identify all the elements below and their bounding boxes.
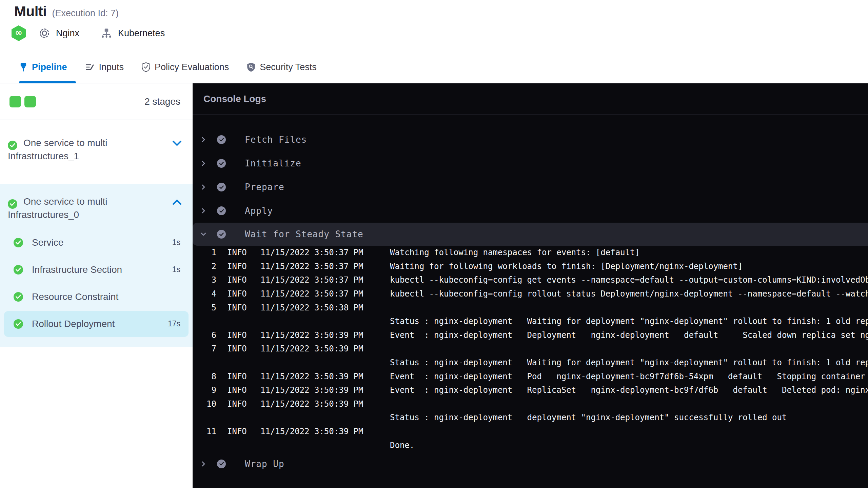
- pipeline-icon: [19, 62, 28, 72]
- step-success-icon: [217, 135, 226, 144]
- log-row: 11INFO11/15/2022 3:50:39 PM: [193, 425, 868, 439]
- console-logs-title: Console Logs: [193, 83, 868, 115]
- log-message: Waiting for following workloads to finis…: [390, 262, 743, 271]
- log-message: kubectl --kubeconfig=config rollout stat…: [390, 289, 868, 299]
- chevron-down-icon[interactable]: [172, 140, 182, 146]
- log-message: kubectl --kubeconfig=config get events -…: [390, 275, 868, 285]
- chevron-right-icon[interactable]: [200, 136, 207, 143]
- console-logs-panel: Console Logs Fetch Files Initialize: [193, 83, 868, 488]
- step-list: Service 1s Infrastructure Section 1s: [0, 229, 193, 337]
- log-output: 1INFO11/15/2022 3:50:37 PMWatching follo…: [193, 246, 868, 452]
- stage-name-text: One service to multi Infrastructures_1: [8, 138, 107, 161]
- stages-summary: 2 stages: [0, 83, 193, 120]
- svg-text:∞: ∞: [15, 27, 22, 38]
- console-step-label: Apply: [245, 206, 273, 216]
- log-level: INFO: [227, 344, 248, 353]
- success-check-icon: [14, 265, 23, 274]
- log-message: Watching following namespaces for events…: [390, 248, 640, 257]
- tab-policy-evaluations[interactable]: Policy Evaluations: [141, 59, 229, 75]
- console-step-apply[interactable]: Apply: [193, 199, 868, 223]
- log-timestamp: 11/15/2022 3:50:39 PM: [260, 344, 372, 353]
- log-line-number: 1: [193, 248, 216, 257]
- log-message: Status : nginx-deployment Waiting for de…: [390, 317, 868, 326]
- tab-security-tests[interactable]: Security Tests: [246, 59, 317, 75]
- stage-name-text: One service to multi Infrastructures_0: [8, 196, 107, 220]
- stage-item-infrastructures-1[interactable]: One service to multi Infrastructures_1: [0, 120, 193, 184]
- log-timestamp: 11/15/2022 3:50:39 PM: [260, 330, 372, 340]
- tab-inputs[interactable]: Inputs: [85, 59, 124, 75]
- log-message: Event : nginx-deployment Deployment ngin…: [390, 330, 868, 340]
- chevron-right-icon[interactable]: [200, 207, 207, 214]
- step-rollout-deployment[interactable]: Rollout Deployment 17s: [4, 311, 189, 337]
- active-tab-underline: [19, 81, 76, 83]
- console-step-prepare[interactable]: Prepare: [193, 175, 868, 199]
- chevron-right-icon[interactable]: [200, 461, 207, 467]
- log-row: 10INFO11/15/2022 3:50:39 PM: [193, 397, 868, 411]
- tab-pipeline[interactable]: Pipeline: [19, 59, 67, 75]
- log-line-number: 8: [193, 372, 216, 381]
- chevron-up-icon[interactable]: [172, 199, 182, 205]
- log-row: 7INFO11/15/2022 3:50:39 PM: [193, 342, 868, 356]
- console-step-fetch-files[interactable]: Fetch Files: [193, 128, 868, 151]
- log-level: INFO: [227, 289, 248, 299]
- step-success-icon: [217, 183, 226, 191]
- stage-header[interactable]: One service to multi Infrastructures_0: [0, 196, 193, 221]
- execution-id: (Execution Id: 7): [52, 8, 119, 19]
- title-row: Multi (Execution Id: 7): [0, 0, 868, 20]
- stage-success-square: [9, 96, 21, 107]
- infrastructure-name[interactable]: Kubernetes: [118, 28, 165, 39]
- log-timestamp: 11/15/2022 3:50:37 PM: [260, 275, 372, 285]
- step-label: Infrastructure Section: [32, 264, 172, 275]
- stage-name: One service to multi Infrastructures_1: [8, 137, 165, 162]
- tab-label: Pipeline: [32, 62, 67, 73]
- tab-label: Policy Evaluations: [155, 62, 229, 73]
- log-row: 5INFO11/15/2022 3:50:38 PM: [193, 301, 868, 314]
- stage-success-square: [24, 96, 36, 107]
- chevron-right-icon[interactable]: [200, 184, 207, 190]
- step-infrastructure-section[interactable]: Infrastructure Section 1s: [0, 256, 193, 283]
- log-line-number: 4: [193, 289, 216, 299]
- header: Multi (Execution Id: 7) ∞ Nginx: [0, 0, 868, 83]
- log-level: INFO: [227, 372, 248, 381]
- step-success-icon: [217, 230, 226, 239]
- tab-bar: Pipeline Inputs Policy Evaluations: [0, 59, 868, 83]
- inputs-icon: [85, 62, 95, 72]
- stages-sidebar: 2 stages One service to multi Infrastruc…: [0, 83, 193, 488]
- console-step-wait-for-steady-state[interactable]: Wait for Steady State: [193, 223, 868, 246]
- log-message: Event : nginx-deployment ReplicaSet ngin…: [390, 385, 868, 395]
- step-label: Service: [32, 237, 172, 248]
- step-success-icon: [217, 206, 226, 215]
- meta-row: ∞ Nginx Kubernetes: [0, 26, 868, 41]
- log-level: INFO: [227, 399, 248, 409]
- log-line-number: 10: [193, 399, 216, 409]
- log-timestamp: 11/15/2022 3:50:39 PM: [260, 427, 372, 436]
- console-step-label: Wait for Steady State: [245, 229, 363, 239]
- log-row: Status : nginx-deployment deployment "ng…: [193, 411, 868, 425]
- console-step-list: Fetch Files Initialize Prepare: [193, 115, 868, 476]
- console-step-initialize[interactable]: Initialize: [193, 151, 868, 175]
- log-level: INFO: [227, 385, 248, 395]
- success-check-icon: [14, 238, 23, 247]
- gear-icon: [38, 27, 51, 39]
- chevron-right-icon[interactable]: [200, 160, 207, 167]
- stage-item-infrastructures-0: One service to multi Infrastructures_0 S…: [0, 184, 193, 347]
- log-level: INFO: [227, 303, 248, 312]
- step-service[interactable]: Service 1s: [0, 229, 193, 256]
- console-step-label: Wrap Up: [245, 459, 284, 469]
- log-row: 4INFO11/15/2022 3:50:37 PMkubectl --kube…: [193, 287, 868, 301]
- console-step-wrap-up[interactable]: Wrap Up: [193, 452, 868, 476]
- log-row: Status : nginx-deployment Waiting for de…: [193, 356, 868, 370]
- log-row: 6INFO11/15/2022 3:50:39 PMEvent : nginx-…: [193, 328, 868, 342]
- log-line-number: 2: [193, 262, 216, 271]
- log-line-number: 5: [193, 303, 216, 312]
- chevron-down-icon[interactable]: [200, 231, 207, 238]
- service-name[interactable]: Nginx: [56, 28, 79, 39]
- log-row: 8INFO11/15/2022 3:50:39 PMEvent : nginx-…: [193, 369, 868, 383]
- console-step-label: Initialize: [245, 158, 301, 168]
- log-row: 9INFO11/15/2022 3:50:39 PMEvent : nginx-…: [193, 383, 868, 397]
- log-level: INFO: [227, 275, 248, 285]
- step-label: Rollout Deployment: [32, 319, 168, 329]
- step-resource-constraint[interactable]: Resource Constraint: [0, 283, 193, 310]
- log-message: Status : nginx-deployment Waiting for de…: [390, 358, 868, 367]
- tab-label: Security Tests: [260, 62, 317, 73]
